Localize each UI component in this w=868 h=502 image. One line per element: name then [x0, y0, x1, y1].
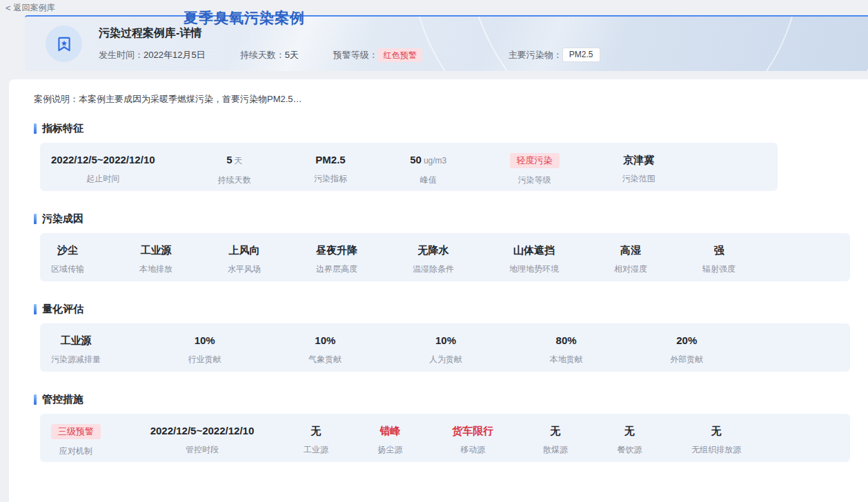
stat-label: 外部贡献	[670, 354, 703, 365]
back-to-case-library-link[interactable]: < 返回案例库	[6, 2, 55, 14]
meta-label: 主要污染物：	[509, 49, 562, 61]
stat-value-text: 京津冀	[623, 154, 654, 165]
stat-value-text: 山体遮挡	[513, 244, 555, 256]
meta-item: 发生时间：2022年12月5日	[99, 49, 206, 61]
top-bar: < 返回案例库	[0, 0, 868, 15]
stat-value: 山体遮挡	[509, 243, 559, 257]
stat-cell: 工业源污染源减排量	[51, 333, 101, 365]
stat-value-text: 2022/12/5~2022/12/10	[51, 154, 155, 165]
stat-cell: 2022/12/5~2022/12/10管控时段	[150, 423, 255, 456]
stat-cell: 京津冀污染范围	[622, 152, 655, 185]
meta-label: 预警等级：	[333, 49, 378, 61]
section-2: 污染成因沙尘区域传输工业源本地排放上风向水平风场昼夜升降边界层高度无降水温湿除条…	[34, 212, 858, 281]
stat-value-text: 货车限行	[452, 425, 493, 436]
meta-value-badge: PM2.5	[562, 48, 600, 62]
case-header-card: 污染过程案例库-详情 发生时间：2022年12月5日持续天数：5天预警等级：红色…	[25, 15, 868, 71]
stat-cell: 无餐饮源	[618, 423, 642, 456]
stat-value: 无	[691, 423, 741, 438]
page-title: 夏季臭氧污染案例	[184, 8, 305, 28]
section-marker-icon	[34, 304, 37, 314]
case-description-label: 案例说明：	[34, 94, 79, 104]
stat-cell: 无降水温湿除条件	[413, 243, 454, 275]
stat-value: 轻度污染	[510, 152, 560, 168]
section-panel: 工业源污染源减排量10%行业贡献10%气象贡献10%人为贡献80%本地贡献20%…	[40, 323, 850, 372]
stat-value: 昼夜升降	[316, 243, 357, 257]
stat-value-text: 无降水	[418, 244, 449, 256]
stat-value: 上风向	[228, 243, 261, 257]
stat-label: 边界层高度	[316, 263, 357, 275]
section-4: 管控措施三级预警应对机制2022/12/5~2022/12/10管控时段无工业源…	[34, 393, 858, 462]
meta-value: 5天	[285, 49, 299, 61]
stat-cell: 沙尘区域传输	[51, 243, 84, 275]
case-avatar	[46, 26, 82, 62]
stat-cell: 工业源本地排放	[139, 243, 172, 275]
header-meta: 发生时间：2022年12月5日持续天数：5天预警等级：红色预警主要污染物：PM2…	[99, 48, 635, 62]
section-title: 量化评估	[34, 303, 858, 316]
stat-value: 2022/12/5~2022/12/10	[150, 423, 255, 438]
stat-label: 行业贡献	[188, 354, 221, 365]
status-badge: 三级预警	[51, 424, 101, 439]
stat-value: 强	[702, 243, 736, 257]
stat-cell: 昼夜升降边界层高度	[316, 243, 357, 275]
stat-value: 工业源	[139, 243, 172, 257]
stat-cell: 山体遮挡地理地势环境	[509, 243, 559, 275]
stat-label: 本地排放	[139, 263, 172, 275]
stat-value-text: 10%	[315, 334, 335, 346]
stat-label: 辐射强度	[702, 263, 736, 275]
stat-value: 20%	[670, 333, 703, 348]
section-title: 管控措施	[34, 393, 858, 406]
stat-cell: 10%气象贡献	[308, 333, 342, 365]
bookmark-star-icon	[55, 35, 73, 53]
stat-cell: 无工业源	[304, 423, 328, 456]
stat-label: 污染等级	[510, 174, 560, 186]
stat-value-text: 工业源	[61, 334, 92, 346]
stat-label: 扬尘源	[378, 444, 403, 456]
section-panel: 沙尘区域传输工业源本地排放上风向水平风场昼夜升降边界层高度无降水温湿除条件山体遮…	[40, 233, 850, 281]
section-3: 量化评估工业源污染源减排量10%行业贡献10%气象贡献10%人为贡献80%本地贡…	[34, 303, 858, 372]
stat-cell: 错峰扬尘源	[378, 423, 403, 456]
stat-label: 散煤源	[543, 444, 568, 456]
pollution-case-detail-page: < 返回案例库 夏季臭氧污染案例 污染过程案例库-详情 发生时间：2022年12…	[0, 0, 868, 502]
stat-cell: 轻度污染污染等级	[510, 152, 560, 186]
stat-value: 三级预警	[51, 423, 101, 439]
stat-cell: 高湿相对湿度	[614, 243, 647, 275]
case-content-card: 案例说明：本案例主要成因为采暖季燃煤污染，首要污染物PM2.5… 指标特征202…	[9, 79, 868, 502]
stat-cell: 5天持续天数	[218, 152, 251, 186]
stat-cell: 货车限行移动源	[452, 423, 493, 456]
stat-value-text: 工业源	[141, 244, 172, 256]
stat-value-text: 无	[624, 425, 635, 436]
meta-item: 持续天数：5天	[240, 49, 299, 61]
stat-value-text: 10%	[435, 334, 456, 346]
meta-item: 预警等级：红色预警	[333, 48, 422, 62]
stat-value: 无	[304, 423, 328, 438]
chevron-left-icon: <	[6, 4, 11, 12]
stat-value-text: 10%	[195, 334, 215, 346]
meta-label: 发生时间：	[99, 49, 144, 61]
meta-value: 2022年12月5日	[144, 49, 206, 61]
back-link-label: 返回案例库	[14, 2, 55, 14]
section-marker-icon	[34, 394, 37, 405]
stat-value-text: 2022/12/5~2022/12/10	[150, 425, 255, 436]
stat-value: 80%	[550, 333, 583, 348]
stat-label: 温湿除条件	[413, 263, 454, 275]
stat-label: 气象贡献	[308, 354, 342, 365]
stat-value-text: 无	[310, 425, 321, 436]
stat-value: 10%	[429, 333, 462, 348]
stat-value: 京津冀	[622, 152, 655, 167]
stat-label: 区域传输	[51, 263, 84, 275]
stat-cell: 10%人为贡献	[429, 333, 462, 365]
stat-value: 沙尘	[51, 243, 84, 257]
stat-value: 无	[618, 423, 642, 438]
section-title-text: 指标特征	[42, 122, 83, 135]
stat-label: 污染指标	[314, 173, 347, 185]
status-badge: 轻度污染	[510, 153, 560, 168]
meta-item: 主要污染物：PM2.5	[509, 48, 600, 62]
stat-value: 2022/12/5~2022/12/10	[51, 152, 155, 167]
section-title-text: 污染成因	[42, 212, 83, 225]
section-panel: 三级预警应对机制2022/12/5~2022/12/10管控时段无工业源错峰扬尘…	[40, 414, 850, 462]
stat-cell: 强辐射强度	[702, 243, 736, 275]
stat-label: 工业源	[304, 444, 328, 456]
stat-value-text: 5	[226, 154, 232, 165]
stat-label: 无组织排放源	[691, 444, 741, 456]
stat-value-text: 80%	[556, 334, 577, 346]
